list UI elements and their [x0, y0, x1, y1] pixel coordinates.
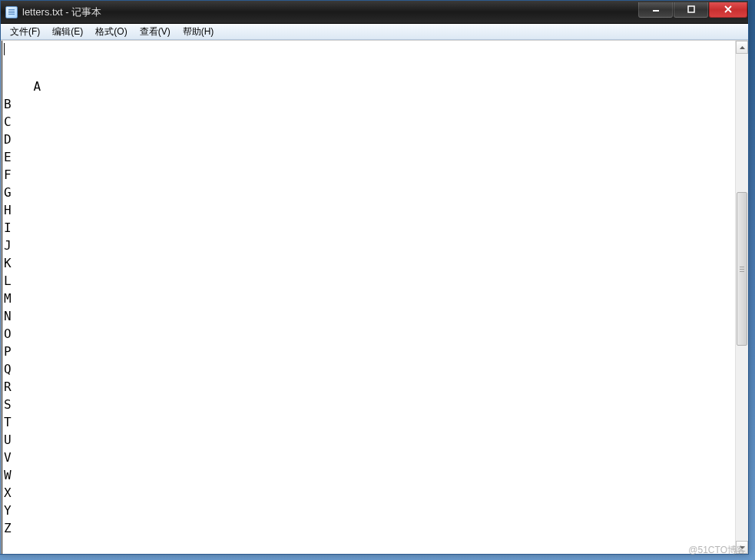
notepad-icon	[5, 6, 18, 18]
text-editor[interactable]: A B C D E F G H I J K L M N O P Q R S T …	[2, 41, 735, 554]
titlebar-left: letters.txt - 记事本	[5, 5, 101, 19]
scroll-up-button[interactable]	[736, 41, 748, 54]
svg-rect-1	[688, 6, 694, 12]
minimize-button[interactable]	[638, 2, 673, 18]
window-title: letters.txt - 记事本	[22, 5, 101, 19]
text-cursor	[4, 43, 5, 55]
minimize-icon	[652, 5, 660, 13]
close-button[interactable]	[709, 2, 747, 18]
maximize-button[interactable]	[674, 2, 708, 18]
maximize-icon	[687, 5, 695, 13]
menu-help[interactable]: 帮助(H)	[177, 24, 220, 40]
chevron-up-icon	[740, 46, 745, 49]
vertical-scrollbar[interactable]	[735, 41, 748, 554]
menu-file[interactable]: 文件(F)	[4, 24, 46, 40]
close-icon	[724, 5, 732, 13]
titlebar[interactable]: letters.txt - 记事本	[1, 1, 748, 24]
menubar: 文件(F) 编辑(E) 格式(O) 查看(V) 帮助(H)	[1, 24, 748, 40]
content-area: A B C D E F G H I J K L M N O P Q R S T …	[1, 40, 748, 554]
menu-edit[interactable]: 编辑(E)	[46, 24, 89, 40]
scroll-thumb[interactable]	[737, 192, 747, 346]
watermark: @51CTO博客	[688, 544, 746, 557]
scroll-track[interactable]	[736, 54, 748, 541]
notepad-window: letters.txt - 记事本 文件(F) 编辑(E) 格式(O) 查看(V…	[0, 0, 749, 555]
window-controls	[638, 2, 748, 18]
svg-rect-0	[653, 10, 659, 12]
menu-view[interactable]: 查看(V)	[134, 24, 177, 40]
menu-format[interactable]: 格式(O)	[89, 24, 133, 40]
